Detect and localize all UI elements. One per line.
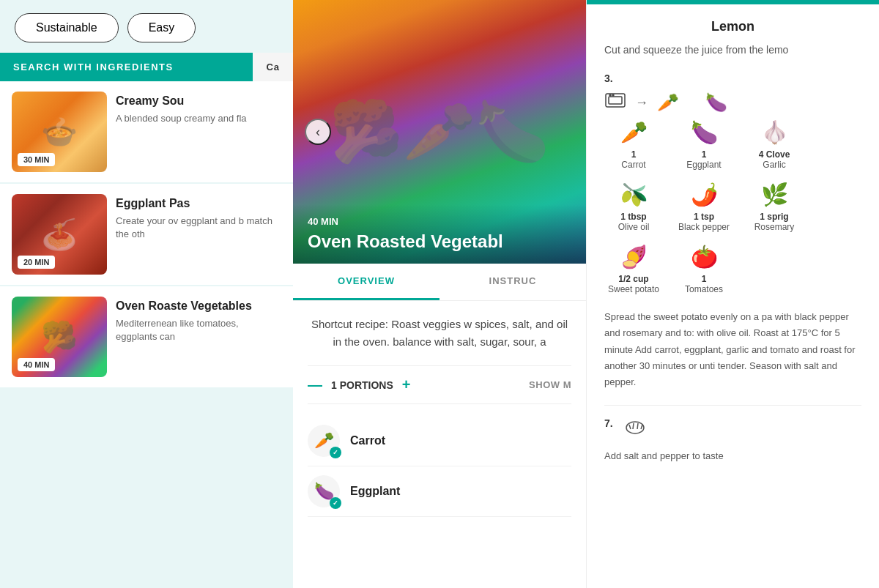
svg-line-5	[629, 425, 631, 429]
search-with-ingredients[interactable]: SEARCH WITH INGREDIENTS	[0, 53, 253, 81]
carrot-label: Carrot	[350, 434, 385, 447]
step-ing-icon-pepper: 🌶️	[691, 182, 718, 207]
svg-line-8	[641, 425, 642, 429]
svg-line-6	[633, 423, 634, 429]
hero-title: Oven Roasted Vegetabl	[308, 231, 571, 252]
recipe-image-veggies: 🥦 40 MIN	[12, 297, 107, 377]
eggplant-label: Eggplant	[350, 485, 400, 498]
step-carrot-icon: 🥕	[657, 92, 679, 113]
step-ing-name-oliveoil: Olive oil	[618, 222, 650, 232]
time-badge-veggies: 40 MIN	[18, 358, 55, 371]
step-ing-amount-garlic: 4 Clove	[759, 149, 790, 160]
step-ing-tomatoes: 🍅 1 Tomatoes	[675, 244, 733, 294]
time-badge-soup: 30 MIN	[18, 153, 55, 166]
svg-rect-1	[609, 97, 622, 104]
step-ing-icon-tomatoes: 🍅	[691, 244, 718, 269]
step-number-label: 3.	[604, 72, 861, 84]
show-macros-button[interactable]: SHOW M	[529, 379, 571, 390]
step-7-row: 7.	[604, 417, 861, 442]
step-footer-text: Add salt and pepper to taste	[604, 448, 861, 464]
recipe-summary: Shortcut recipe: Roast veggies w spices,…	[308, 316, 571, 351]
recipe-title-soup: Creamy Sou	[116, 94, 272, 108]
step-eggplant-icon: 🍆	[705, 92, 727, 113]
step-7-icon	[623, 417, 647, 442]
recipe-desc-pasta: Create your ov eggplant and b match the …	[116, 215, 272, 241]
hero-time: 40 MIN	[308, 216, 571, 227]
recipe-item-eggplant-pasta[interactable]: 🍝 20 MIN Eggplant Pas Create your ov egg…	[0, 184, 293, 285]
portions-text: 1 PORTIONS	[331, 379, 393, 391]
step-icon-row: → 🥕 🍆	[604, 92, 861, 113]
recipe-image-pasta: 🍝 20 MIN	[12, 194, 107, 275]
recipe-info-soup: Creamy Sou A blended soup creamy and fla	[107, 92, 281, 128]
step-ing-amount-tomatoes: 1	[702, 274, 707, 284]
filter-easy[interactable]: Easy	[127, 13, 196, 42]
arrow-icon: →	[635, 95, 648, 111]
step-ing-eggplant: 🍆 1 Eggplant	[675, 119, 733, 170]
divider	[604, 405, 861, 406]
recipe-title-veggies: Oven Roaste Vegetables	[116, 299, 272, 313]
recipe-desc-veggies: Mediterrenean like tomatoes, eggplants c…	[116, 317, 272, 343]
step-ing-pepper: 🌶️ 1 tsp Black pepper	[675, 182, 733, 232]
step-7-number: 7.	[604, 417, 613, 429]
step-ing-amount-oliveoil: 1 tbsp	[620, 212, 646, 222]
svg-line-7	[637, 423, 638, 429]
step-ing-icon-carrot: 🥕	[620, 119, 648, 145]
recipe-info-veggies: Oven Roaste Vegetables Mediterrenean lik…	[107, 297, 281, 346]
step-ing-sweetpotato: 🍠 1/2 cup Sweet potato	[604, 244, 663, 294]
time-badge-pasta: 20 MIN	[18, 256, 55, 269]
ingredient-eggplant[interactable]: 🍆 ✓ Eggplant	[308, 466, 571, 517]
step-ing-amount-eggplant: 1	[702, 149, 707, 160]
step-ing-name-sweetpotato: Sweet potato	[608, 284, 659, 294]
filter-tags: Sustainable Easy	[0, 0, 293, 53]
step-ing-carrot: 🥕 1 Carrot	[604, 119, 663, 170]
recipe-item-oven-roasted[interactable]: 🥦 40 MIN Oven Roaste Vegetables Mediterr…	[0, 286, 293, 387]
recipe-title-pasta: Eggplant Pas	[116, 197, 272, 210]
step-ing-garlic: 🧄 4 Clove Garlic	[745, 119, 804, 170]
tab-instructions[interactable]: INSTRUC	[440, 264, 586, 300]
step-title: Lemon	[604, 19, 861, 34]
eggplant-icon: 🍆 ✓	[308, 475, 340, 507]
filter-sustainable[interactable]: Sustainable	[15, 13, 119, 42]
middle-content: Shortcut recipe: Roast veggies w spices,…	[293, 301, 586, 588]
category-filter[interactable]: Ca	[253, 53, 293, 81]
tab-overview[interactable]: OVERVIEW	[293, 264, 440, 300]
hero-image: 🥦🥕🍆 ‹ 40 MIN Oven Roasted Vegetabl	[293, 0, 586, 264]
top-accent-bar	[587, 0, 879, 4]
left-panel: Sustainable Easy SEARCH WITH INGREDIENTS…	[0, 0, 293, 588]
ingredient-carrot[interactable]: 🥕 ✓ Carrot	[308, 416, 571, 466]
step-desc: Cut and squeeze the juice from the lemo	[604, 42, 861, 58]
recipe-item-creamy-soup[interactable]: 🍲 30 MIN Creamy Sou A blended soup cream…	[0, 81, 293, 182]
step-ing-name-carrot: Carrot	[621, 160, 645, 170]
step-body-text: Spread the sweet potato evenly on a pa w…	[604, 309, 861, 390]
step-ing-name-eggplant: Eggplant	[686, 160, 721, 170]
step-ing-name-rosemary: Rosemary	[754, 222, 795, 232]
step-ing-name-garlic: Garlic	[763, 160, 785, 170]
step-ing-amount-pepper: 1 tsp	[694, 212, 714, 222]
right-panel: Lemon Cut and squeeze the juice from the…	[586, 0, 879, 588]
svg-point-3	[612, 94, 614, 96]
eggplant-check: ✓	[330, 497, 341, 509]
step-ing-icon-rosemary: 🌿	[761, 182, 788, 207]
middle-panel: 🥦🥕🍆 ‹ 40 MIN Oven Roasted Vegetabl OVERV…	[293, 0, 586, 588]
step-ing-icon-eggplant: 🍆	[691, 119, 718, 145]
oven-icon	[604, 92, 626, 113]
step-ing-amount-sweetpotato: 1/2 cup	[618, 274, 648, 284]
step-ing-name-tomatoes: Tomatoes	[685, 284, 723, 294]
portions-row: — 1 PORTIONS + SHOW M	[308, 365, 571, 404]
recipe-list: 🍲 30 MIN Creamy Sou A blended soup cream…	[0, 81, 293, 389]
step-ing-amount-rosemary: 1 sprig	[760, 212, 788, 222]
recipe-info-pasta: Eggplant Pas Create your ov eggplant and…	[107, 194, 281, 244]
hero-overlay: 40 MIN Oven Roasted Vegetabl	[293, 204, 586, 264]
svg-point-2	[609, 94, 611, 96]
recipe-image-soup: 🍲 30 MIN	[12, 92, 107, 172]
step-ingredients-grid: 🥕 1 Carrot 🍆 1 Eggplant 🧄 4 Clove Garlic…	[604, 119, 861, 294]
recipe-desc-soup: A blended soup creamy and fla	[116, 112, 272, 125]
back-button[interactable]: ‹	[305, 119, 331, 145]
portions-plus-button[interactable]: +	[402, 376, 411, 393]
portions-minus-button[interactable]: —	[308, 376, 322, 393]
step-ing-rosemary: 🌿 1 sprig Rosemary	[745, 182, 804, 232]
tabs-row: OVERVIEW INSTRUC	[293, 264, 586, 301]
step-ing-amount-carrot: 1	[631, 149, 637, 160]
carrot-icon: 🥕 ✓	[308, 425, 340, 457]
step-ing-name-pepper: Black pepper	[678, 222, 730, 232]
